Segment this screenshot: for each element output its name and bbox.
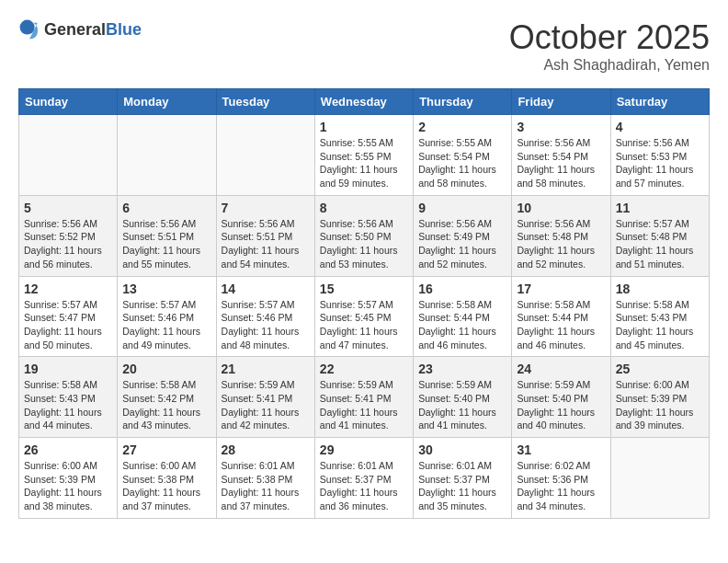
location-title: Ash Shaghadirah, Yemen [509,57,710,74]
calendar-day-cell: 3Sunrise: 5:56 AM Sunset: 5:54 PM Daylig… [512,115,610,196]
day-number: 29 [320,442,408,457]
calendar-day-cell: 15Sunrise: 5:57 AM Sunset: 5:45 PM Dayli… [314,276,413,357]
calendar-day-cell: 6Sunrise: 5:56 AM Sunset: 5:51 PM Daylig… [118,195,216,276]
day-number: 20 [122,362,210,376]
month-title: October 2025 [509,18,710,57]
day-number: 9 [418,201,506,215]
day-number: 6 [122,201,210,215]
weekday-header: Wednesday [314,89,413,115]
calendar-day-cell: 29Sunrise: 6:01 AM Sunset: 5:37 PM Dayli… [314,438,413,519]
calendar-day-cell: 18Sunrise: 5:58 AM Sunset: 5:43 PM Dayli… [610,276,709,357]
calendar-week-row: 5Sunrise: 5:56 AM Sunset: 5:52 PM Daylig… [19,195,710,276]
day-info: Sunrise: 5:58 AM Sunset: 5:44 PM Dayligh… [418,298,506,352]
day-number: 18 [616,282,704,296]
calendar-week-row: 1Sunrise: 5:55 AM Sunset: 5:55 PM Daylig… [19,115,710,196]
day-number: 31 [517,442,605,457]
day-info: Sunrise: 6:00 AM Sunset: 5:38 PM Dayligh… [122,459,210,513]
day-number: 13 [122,282,210,296]
day-info: Sunrise: 5:56 AM Sunset: 5:53 PM Dayligh… [616,136,704,190]
calendar-week-row: 19Sunrise: 5:58 AM Sunset: 5:43 PM Dayli… [19,357,710,438]
day-info: Sunrise: 5:59 AM Sunset: 5:40 PM Dayligh… [517,378,605,432]
calendar-day-cell: 9Sunrise: 5:56 AM Sunset: 5:49 PM Daylig… [414,195,512,276]
calendar-day-cell: 5Sunrise: 5:56 AM Sunset: 5:52 PM Daylig… [19,195,118,276]
day-info: Sunrise: 5:58 AM Sunset: 5:43 PM Dayligh… [616,298,704,352]
day-number: 3 [517,120,605,134]
calendar-day-cell: 26Sunrise: 6:00 AM Sunset: 5:39 PM Dayli… [19,438,118,519]
calendar-day-cell: 7Sunrise: 5:56 AM Sunset: 5:51 PM Daylig… [216,195,314,276]
day-number: 23 [418,362,506,376]
day-info: Sunrise: 6:01 AM Sunset: 5:37 PM Dayligh… [320,459,408,513]
weekday-header: Tuesday [216,89,314,115]
weekday-header: Thursday [414,89,512,115]
day-info: Sunrise: 5:57 AM Sunset: 5:46 PM Dayligh… [122,298,210,352]
day-info: Sunrise: 6:01 AM Sunset: 5:37 PM Dayligh… [418,459,506,513]
calendar-day-cell: 4Sunrise: 5:56 AM Sunset: 5:53 PM Daylig… [610,115,709,196]
calendar-day-cell: 13Sunrise: 5:57 AM Sunset: 5:46 PM Dayli… [118,276,216,357]
day-number: 28 [222,442,310,457]
day-info: Sunrise: 5:57 AM Sunset: 5:48 PM Dayligh… [616,217,704,271]
calendar-day-cell: 8Sunrise: 5:56 AM Sunset: 5:50 PM Daylig… [314,195,413,276]
calendar-day-cell: 21Sunrise: 5:59 AM Sunset: 5:41 PM Dayli… [216,357,314,438]
day-number: 26 [24,442,112,457]
calendar-day-cell: 2Sunrise: 5:55 AM Sunset: 5:54 PM Daylig… [414,115,512,196]
day-number: 24 [517,362,605,376]
calendar-day-cell: 11Sunrise: 5:57 AM Sunset: 5:48 PM Dayli… [610,195,709,276]
day-number: 19 [24,362,112,376]
weekday-header: Saturday [610,89,709,115]
calendar-day-cell: 12Sunrise: 5:57 AM Sunset: 5:47 PM Dayli… [19,276,118,357]
weekday-header: Monday [118,89,216,115]
calendar-day-cell: 30Sunrise: 6:01 AM Sunset: 5:37 PM Dayli… [414,438,512,519]
day-info: Sunrise: 5:57 AM Sunset: 5:45 PM Dayligh… [320,298,408,352]
day-number: 12 [24,282,112,296]
day-number: 7 [222,201,310,215]
day-info: Sunrise: 5:58 AM Sunset: 5:44 PM Dayligh… [517,298,605,352]
calendar-day-cell: 19Sunrise: 5:58 AM Sunset: 5:43 PM Dayli… [19,357,118,438]
day-info: Sunrise: 5:55 AM Sunset: 5:54 PM Dayligh… [418,136,506,190]
day-number: 2 [418,120,506,134]
calendar-week-row: 12Sunrise: 5:57 AM Sunset: 5:47 PM Dayli… [19,276,710,357]
day-info: Sunrise: 5:56 AM Sunset: 5:48 PM Dayligh… [517,217,605,271]
day-info: Sunrise: 5:56 AM Sunset: 5:49 PM Dayligh… [418,217,506,271]
day-number: 14 [222,282,310,296]
day-info: Sunrise: 5:57 AM Sunset: 5:46 PM Dayligh… [222,298,310,352]
calendar-day-cell: 1Sunrise: 5:55 AM Sunset: 5:55 PM Daylig… [314,115,413,196]
day-number: 25 [616,362,704,376]
calendar-day-cell [216,115,314,196]
calendar-day-cell [19,115,118,196]
calendar-day-cell: 23Sunrise: 5:59 AM Sunset: 5:40 PM Dayli… [414,357,512,438]
calendar-day-cell: 22Sunrise: 5:59 AM Sunset: 5:41 PM Dayli… [314,357,413,438]
day-number: 15 [320,282,408,296]
day-number: 8 [320,201,408,215]
weekday-header: Sunday [19,89,118,115]
day-info: Sunrise: 5:56 AM Sunset: 5:50 PM Dayligh… [320,217,408,271]
day-number: 27 [122,442,210,457]
calendar-day-cell: 17Sunrise: 5:58 AM Sunset: 5:44 PM Dayli… [512,276,610,357]
calendar-day-cell: 16Sunrise: 5:58 AM Sunset: 5:44 PM Dayli… [414,276,512,357]
day-info: Sunrise: 5:59 AM Sunset: 5:41 PM Dayligh… [222,378,310,432]
day-number: 10 [517,201,605,215]
day-number: 17 [517,282,605,296]
day-number: 16 [418,282,506,296]
logo-text-blue: Blue [106,20,142,39]
calendar-day-cell: 10Sunrise: 5:56 AM Sunset: 5:48 PM Dayli… [512,195,610,276]
logo-icon [18,18,40,40]
day-info: Sunrise: 5:58 AM Sunset: 5:43 PM Dayligh… [24,378,112,432]
day-info: Sunrise: 5:55 AM Sunset: 5:55 PM Dayligh… [320,136,408,190]
logo-text-general: General [44,20,106,39]
day-number: 1 [320,120,408,134]
day-info: Sunrise: 5:56 AM Sunset: 5:51 PM Dayligh… [122,217,210,271]
calendar: SundayMondayTuesdayWednesdayThursdayFrid… [18,88,710,519]
day-info: Sunrise: 5:56 AM Sunset: 5:51 PM Dayligh… [222,217,310,271]
calendar-day-cell: 20Sunrise: 5:58 AM Sunset: 5:42 PM Dayli… [118,357,216,438]
day-info: Sunrise: 6:00 AM Sunset: 5:39 PM Dayligh… [24,459,112,513]
calendar-day-cell: 31Sunrise: 6:02 AM Sunset: 5:36 PM Dayli… [512,438,610,519]
day-number: 30 [418,442,506,457]
day-info: Sunrise: 6:00 AM Sunset: 5:39 PM Dayligh… [616,378,704,432]
day-info: Sunrise: 5:58 AM Sunset: 5:42 PM Dayligh… [122,378,210,432]
svg-point-0 [20,20,35,35]
day-number: 21 [222,362,310,376]
calendar-header-row: SundayMondayTuesdayWednesdayThursdayFrid… [19,89,710,115]
day-info: Sunrise: 6:02 AM Sunset: 5:36 PM Dayligh… [517,459,605,513]
calendar-day-cell: 14Sunrise: 5:57 AM Sunset: 5:46 PM Dayli… [216,276,314,357]
calendar-day-cell: 25Sunrise: 6:00 AM Sunset: 5:39 PM Dayli… [610,357,709,438]
